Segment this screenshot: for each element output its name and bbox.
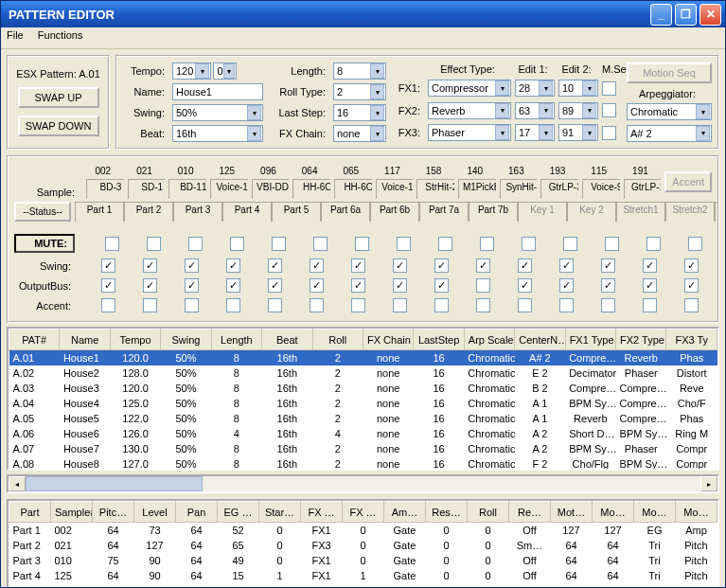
mute-check[interactable] — [438, 237, 452, 251]
accent-check[interactable] — [351, 298, 365, 312]
swing-check[interactable]: ✓ — [601, 258, 615, 273]
sample-tab[interactable]: BD-11 — [168, 179, 206, 199]
table-row[interactable]: A.02House2128.050%816th2none16ChromaticE… — [9, 365, 717, 381]
sample-tab[interactable]: GtrLP-1 — [624, 179, 662, 199]
mute-check[interactable] — [230, 237, 244, 251]
table-row[interactable]: A.01House1120.050%816th2none16ChromaticA… — [9, 350, 717, 366]
minimize-button[interactable]: _ — [650, 4, 672, 26]
fx3-type-select[interactable]: Phaser▾ — [428, 124, 511, 141]
column-header[interactable]: Roll — [468, 502, 509, 523]
column-header[interactable]: Name — [60, 330, 110, 350]
accent-check[interactable] — [185, 298, 199, 312]
mute-check[interactable] — [563, 237, 577, 251]
table-row[interactable]: Part 4125649064151FX11Gate00Off6464TriPi… — [9, 568, 717, 583]
outputbus-check[interactable]: ✓ — [101, 278, 115, 293]
accent-check[interactable] — [476, 298, 490, 312]
part-tab[interactable]: Part 5 — [272, 202, 321, 222]
column-header[interactable]: CenterN… — [515, 330, 565, 350]
part-tab[interactable]: Part 1 — [75, 202, 124, 222]
tempo-sub-select[interactable]: 0▾ — [213, 62, 237, 80]
fx2-mseq-check[interactable] — [602, 103, 616, 117]
part-tab[interactable]: Part 4 — [222, 202, 272, 222]
outputbus-check[interactable]: ✓ — [684, 278, 699, 293]
column-header[interactable]: Swing — [161, 330, 211, 350]
column-header[interactable]: Part — [9, 502, 51, 523]
accent-check[interactable] — [518, 298, 532, 312]
column-header[interactable]: Roll — [312, 330, 363, 350]
accent-check[interactable] — [393, 298, 407, 312]
fx3-edit1[interactable]: 17▾ — [515, 124, 555, 141]
table-row[interactable]: Part 1002647364520FX10Gate00Off127127EGA… — [9, 523, 717, 539]
menu-functions[interactable]: Functions — [38, 29, 83, 41]
fx1-mseq-check[interactable] — [602, 81, 616, 96]
fx1-type-select[interactable]: Compressor▾ — [428, 80, 511, 97]
column-header[interactable]: FX2 Type — [616, 330, 666, 350]
swing-check[interactable]: ✓ — [643, 258, 657, 273]
table-row[interactable]: Part 20216412764650FX30Gate00Sm…6464TriP… — [9, 538, 717, 553]
accent-check[interactable] — [226, 298, 240, 312]
sample-tab[interactable]: HH-6C — [292, 179, 330, 199]
menu-file[interactable]: File — [7, 29, 24, 41]
part-tab[interactable]: Part 7a — [419, 202, 469, 222]
outputbus-check[interactable]: ✓ — [393, 278, 407, 293]
table-row[interactable]: Part 3010759064490FX10Gate00Off6464TriPi… — [9, 553, 717, 568]
column-header[interactable]: Res… — [426, 502, 468, 523]
mute-check[interactable] — [105, 237, 119, 251]
sample-tab[interactable]: HH-6O — [334, 179, 372, 199]
column-header[interactable]: Pitc… — [93, 502, 134, 523]
mute-check[interactable] — [605, 237, 619, 251]
accent-check[interactable] — [434, 298, 449, 312]
column-header[interactable]: Length — [211, 330, 261, 350]
swing-check[interactable]: ✓ — [476, 258, 490, 273]
part-tab[interactable]: Part 7b — [469, 202, 518, 222]
mute-check[interactable] — [188, 237, 203, 251]
fx2-type-select[interactable]: Reverb▾ — [428, 102, 511, 119]
outputbus-check[interactable]: ✓ — [643, 278, 657, 293]
swing-check[interactable]: ✓ — [310, 258, 324, 273]
sample-tab[interactable]: BD-3 — [86, 179, 124, 199]
swing-check[interactable]: ✓ — [268, 258, 282, 273]
column-header[interactable]: Pan — [176, 502, 218, 523]
column-header[interactable]: Sample# — [51, 502, 93, 523]
outputbus-check[interactable]: ✓ — [310, 278, 324, 293]
laststep-select[interactable]: 16▾ — [333, 104, 386, 121]
column-header[interactable]: FX Chain — [363, 330, 413, 350]
patterns-table[interactable]: PAT#NameTempoSwingLengthBeatRollFX Chain… — [9, 329, 717, 471]
column-header[interactable]: EG … — [218, 502, 259, 523]
length-select[interactable]: 8▾ — [333, 62, 386, 80]
accent-check[interactable] — [143, 298, 157, 312]
swing-check[interactable]: ✓ — [185, 258, 199, 273]
mute-check[interactable] — [355, 237, 369, 251]
sample-tab[interactable]: SD-1 — [128, 179, 166, 199]
sample-tab[interactable]: Voice-9 — [582, 179, 620, 199]
fx1-edit1[interactable]: 28▾ — [515, 80, 555, 97]
part-tab[interactable]: Part 6b — [370, 202, 419, 222]
column-header[interactable]: Mo… — [593, 502, 634, 523]
outputbus-check[interactable]: ✓ — [601, 278, 615, 293]
mute-label[interactable]: MUTE: — [14, 234, 75, 253]
swing-check[interactable]: ✓ — [393, 258, 407, 273]
mute-check[interactable] — [480, 237, 494, 251]
rolltype-select[interactable]: 2▾ — [333, 83, 386, 100]
motion-seq-button[interactable]: Motion Seq — [627, 62, 712, 83]
column-header[interactable]: Am… — [384, 502, 426, 523]
column-header[interactable]: FX1 Type — [565, 330, 615, 350]
column-header[interactable]: Beat — [262, 330, 312, 350]
sample-tab[interactable]: SynHit-5 — [500, 179, 538, 199]
outputbus-check[interactable]: ✓ — [518, 278, 532, 293]
beat-select[interactable]: 16th▾ — [172, 125, 263, 142]
column-header[interactable]: Re… — [509, 502, 551, 523]
mute-check[interactable] — [688, 237, 702, 251]
fx3-edit2[interactable]: 91▾ — [558, 124, 598, 141]
status-button[interactable]: --Status-- — [14, 202, 71, 222]
column-header[interactable]: Mo… — [634, 502, 676, 523]
arrow-right-icon[interactable]: ▸ — [700, 476, 717, 491]
mute-check[interactable] — [397, 237, 411, 251]
sample-tab[interactable]: StrHit-2 — [416, 179, 454, 199]
mute-check[interactable] — [522, 237, 536, 251]
sample-tab[interactable]: VBI-DDD — [252, 179, 290, 199]
column-header[interactable]: Level — [134, 502, 176, 523]
outputbus-check[interactable]: ✓ — [351, 278, 365, 293]
column-header[interactable]: FX3 Ty — [666, 330, 717, 350]
fxchain-select[interactable]: none▾ — [333, 125, 386, 142]
